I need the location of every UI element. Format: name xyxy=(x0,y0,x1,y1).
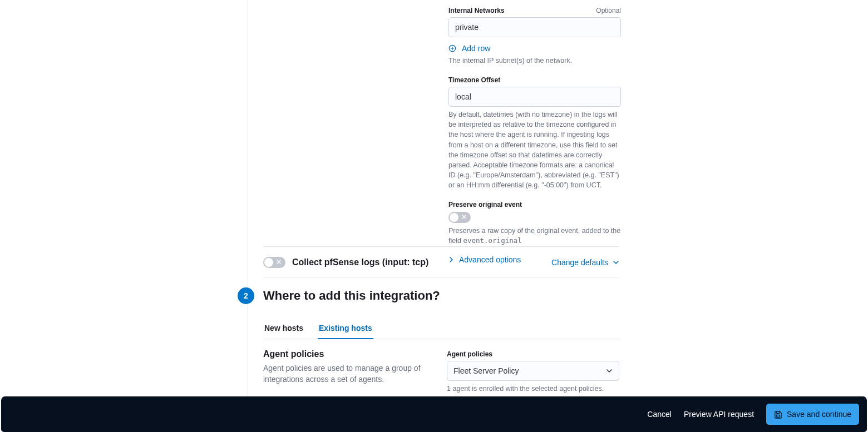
section-title: Where to add this integration? xyxy=(263,289,440,303)
preserve-event-toggle[interactable] xyxy=(448,212,471,223)
change-defaults-label: Change defaults xyxy=(551,258,608,267)
agent-policies-select[interactable]: Fleet Server Policy xyxy=(447,361,619,381)
chevron-down-icon xyxy=(606,368,613,374)
change-defaults-button[interactable]: Change defaults xyxy=(551,258,619,267)
save-icon xyxy=(774,410,782,419)
tcp-input-toggle[interactable] xyxy=(263,257,285,268)
tab-existing-hosts[interactable]: Existing hosts xyxy=(318,318,373,339)
preserve-event-help: Preserves a raw copy of the original eve… xyxy=(448,226,621,246)
save-continue-label: Save and continue xyxy=(787,410,851,419)
internal-networks-help: The internal IP subnet(s) of the network… xyxy=(448,56,621,66)
save-continue-button[interactable]: Save and continue xyxy=(766,404,859,425)
preview-api-button[interactable]: Preview API request xyxy=(684,410,754,419)
agent-policies-desc: Agent policies are used to manage a grou… xyxy=(263,363,425,385)
chevron-down-icon xyxy=(613,259,619,266)
agent-policies-value: Fleet Server Policy xyxy=(453,366,519,375)
timezone-offset-help: By default, datetimes (with no timezone)… xyxy=(448,110,621,190)
close-icon xyxy=(461,213,467,220)
step-badge-2: 2 xyxy=(238,287,254,304)
internal-networks-input[interactable] xyxy=(448,17,621,37)
plus-circle-icon xyxy=(448,44,456,52)
timezone-offset-label: Timezone Offset xyxy=(448,76,500,84)
add-row-button[interactable]: Add row xyxy=(448,44,621,53)
preserve-event-label: Preserve original event xyxy=(448,201,522,208)
footer-bar: Cancel Preview API request Save and cont… xyxy=(1,396,867,432)
tab-new-hosts[interactable]: New hosts xyxy=(263,318,304,339)
preserve-help-code: event.original xyxy=(463,236,521,245)
add-row-label: Add row xyxy=(462,44,490,53)
close-icon xyxy=(275,259,282,265)
optional-tag: Optional xyxy=(596,7,621,14)
agent-policies-label: Agent policies xyxy=(447,350,492,358)
agent-policies-heading: Agent policies xyxy=(263,349,425,359)
cancel-button[interactable]: Cancel xyxy=(647,410,672,419)
svg-rect-1 xyxy=(777,415,780,417)
timezone-offset-input[interactable] xyxy=(448,87,621,107)
host-tabs: New hosts Existing hosts xyxy=(263,318,620,339)
internal-networks-label: Internal Networks xyxy=(448,7,505,14)
tcp-input-label: Collect pfSense logs (input: tcp) xyxy=(292,257,428,267)
agent-policies-help: 1 agent is enrolled with the selected ag… xyxy=(447,384,619,394)
